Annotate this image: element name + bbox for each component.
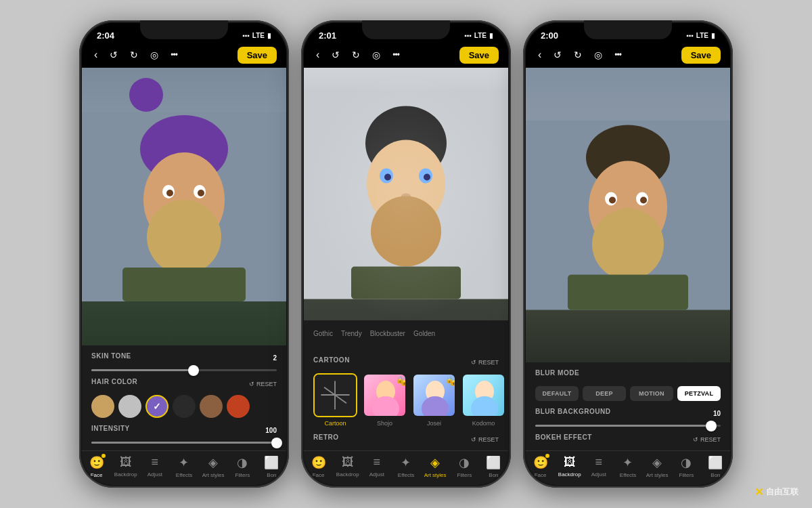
photo-area-mid <box>304 68 508 320</box>
nav-effects-label-right: Effects <box>620 472 636 478</box>
status-icons-mid: ▪▪▪ LTE ▮ <box>464 32 493 39</box>
erase-btn-mid[interactable]: ◎ <box>369 47 383 63</box>
swatch-2[interactable] <box>145 395 168 418</box>
nav-artstyles-left[interactable]: ◈ Art styles <box>199 455 228 478</box>
nav-face-mid[interactable]: 🙂 Face <box>304 455 333 478</box>
nav-artstyles-mid[interactable]: ◈ Art styles <box>421 455 450 478</box>
skin-tone-slider[interactable] <box>91 369 277 371</box>
screen-right: 2:00 ▪▪▪ LTE ▮ ‹ ↺ ↻ ◎ ••• Save <box>526 23 730 485</box>
cartoon-thumb <box>313 373 357 417</box>
blur-bg-slider[interactable] <box>535 425 721 427</box>
face-dot-left <box>102 454 106 458</box>
josei-thumb: 🔒 <box>412 373 456 417</box>
svg-point-15 <box>384 174 391 181</box>
nav-face-left[interactable]: 🙂 Face <box>82 455 111 478</box>
intensity-slider[interactable] <box>91 442 277 444</box>
swatch-0[interactable] <box>91 395 114 418</box>
lte-right: LTE <box>696 32 708 39</box>
nav-effects-label-left: Effects <box>176 472 192 478</box>
nav-adjust-right[interactable]: ≡ Adjust <box>584 455 613 478</box>
nav-face-right[interactable]: 🙂 Face <box>526 455 555 478</box>
redo-btn-left[interactable]: ↻ <box>127 47 141 63</box>
status-icons-left: ▪▪▪ LTE ▮ <box>242 32 271 39</box>
filter-blockbuster[interactable]: Blockbuster <box>370 330 405 337</box>
nav-backdrop-right[interactable]: 🖼 Backdrop <box>555 455 584 478</box>
swatch-1[interactable] <box>118 395 141 418</box>
undo-btn-left[interactable]: ↺ <box>107 47 120 63</box>
nav-effects-mid[interactable]: ✦ Effects <box>391 455 420 478</box>
nav-artstyles-right[interactable]: ◈ Art styles <box>643 455 672 478</box>
save-button-right[interactable]: Save <box>681 47 721 64</box>
face-icon-right: 🙂 <box>533 456 548 469</box>
nav-backdrop-mid[interactable]: 🖼 Backdrop <box>333 455 362 478</box>
filter-golden[interactable]: Golden <box>413 330 435 337</box>
nav-filters-mid[interactable]: ◑ Filters <box>450 455 479 478</box>
svg-point-41 <box>640 197 647 204</box>
nav-face-label-right: Face <box>535 472 547 478</box>
nav-artstyles-label-mid: Art styles <box>424 472 447 478</box>
erase-btn-right[interactable]: ◎ <box>591 47 605 63</box>
save-button-left[interactable]: Save <box>238 47 277 64</box>
nav-effects-left[interactable]: ✦ Effects <box>169 455 198 478</box>
style-josei[interactable]: 🔒 Josei <box>412 373 456 427</box>
style-shojo[interactable]: 🔒 Shojo <box>363 373 407 427</box>
watermark-text: 自由互联 <box>766 486 798 498</box>
swatch-3[interactable] <box>173 395 196 418</box>
undo-btn-right[interactable]: ↺ <box>551 47 564 63</box>
nav-filters-label-mid: Filters <box>457 472 472 478</box>
style-kodomo[interactable]: Kodomo <box>461 373 505 427</box>
screen-left: 2:04 ▪▪▪ LTE ▮ ‹ ↺ ↻ ◎ ••• Save <box>82 23 286 485</box>
shojo-thumb: 🔒 <box>363 373 407 417</box>
blur-petzval-btn[interactable]: PETZVAL <box>677 386 721 401</box>
undo-btn-mid[interactable]: ↺ <box>329 47 342 63</box>
nav-backdrop-left[interactable]: 🖼 Backdrop <box>111 455 140 478</box>
swatch-4[interactable] <box>200 395 223 418</box>
nav-adjust-left[interactable]: ≡ Adjust <box>140 455 169 478</box>
blur-default-btn[interactable]: DEFAULT <box>535 386 579 401</box>
style-cartoon[interactable]: Cartoon <box>313 373 357 427</box>
nav-filters-right[interactable]: ◑ Filters <box>672 455 701 478</box>
erase-btn-left[interactable]: ◎ <box>148 47 161 63</box>
backdrop-icon-right: 🖼 <box>564 455 576 469</box>
signal-left: ▪▪▪ <box>242 32 250 39</box>
nav-filters-left[interactable]: ◑ Filters <box>228 455 257 478</box>
more-btn-mid[interactable]: ••• <box>390 47 402 62</box>
filter-scroll: Gothic Trendy Blockbuster Golden <box>313 326 499 341</box>
page-wrapper: 2:04 ▪▪▪ LTE ▮ ‹ ↺ ↻ ◎ ••• Save <box>0 0 812 508</box>
backdrop-icon-left: 🖼 <box>120 455 132 469</box>
adjust-icon-mid: ≡ <box>374 455 381 469</box>
cartoon-reset[interactable]: ↺ RESET <box>471 359 499 366</box>
filters-icon-mid: ◑ <box>459 455 470 470</box>
save-button-mid[interactable]: Save <box>459 47 499 64</box>
back-btn-left[interactable]: ‹ <box>91 46 100 64</box>
back-btn-right[interactable]: ‹ <box>535 46 544 64</box>
bottom-panel-mid: CARTOON ↺ RESET <box>304 350 508 450</box>
nav-backdrop-label-mid: Backdrop <box>336 471 359 478</box>
filter-gothic[interactable]: Gothic <box>313 330 333 337</box>
back-btn-mid[interactable]: ‹ <box>313 46 322 64</box>
hair-color-reset[interactable]: ↺ RESET <box>249 381 277 387</box>
bokeh-reset[interactable]: ↺ RESET <box>693 436 721 443</box>
nav-bon-label-mid: Bon <box>489 472 498 478</box>
nav-bon-mid[interactable]: ⬜ Bon <box>479 455 508 478</box>
nav-bon-right[interactable]: ⬜ Bon <box>701 455 730 478</box>
filter-trendy[interactable]: Trendy <box>341 330 362 337</box>
hair-color-swatches <box>91 395 277 418</box>
swatch-5[interactable] <box>227 395 250 418</box>
blur-motion-btn[interactable]: MOTION <box>630 386 673 401</box>
photo-left <box>82 68 286 345</box>
more-btn-left[interactable]: ••• <box>168 47 180 62</box>
blur-deep-btn[interactable]: DEEP <box>583 386 626 401</box>
nav-adjust-mid[interactable]: ≡ Adjust <box>362 455 391 478</box>
adjust-icon-right: ≡ <box>595 455 603 469</box>
intensity-value: 100 <box>265 427 277 434</box>
more-btn-right[interactable]: ••• <box>612 47 624 62</box>
svg-rect-19 <box>351 267 461 299</box>
time-right: 2:00 <box>541 30 558 41</box>
redo-btn-mid[interactable]: ↻ <box>349 47 363 63</box>
nav-bon-left[interactable]: ⬜ Bon <box>257 455 286 478</box>
hair-color-label: HAIR COLOR <box>91 378 137 385</box>
nav-effects-right[interactable]: ✦ Effects <box>613 455 642 478</box>
retro-reset[interactable]: ↺ RESET <box>471 436 499 443</box>
redo-btn-right[interactable]: ↻ <box>571 47 585 63</box>
